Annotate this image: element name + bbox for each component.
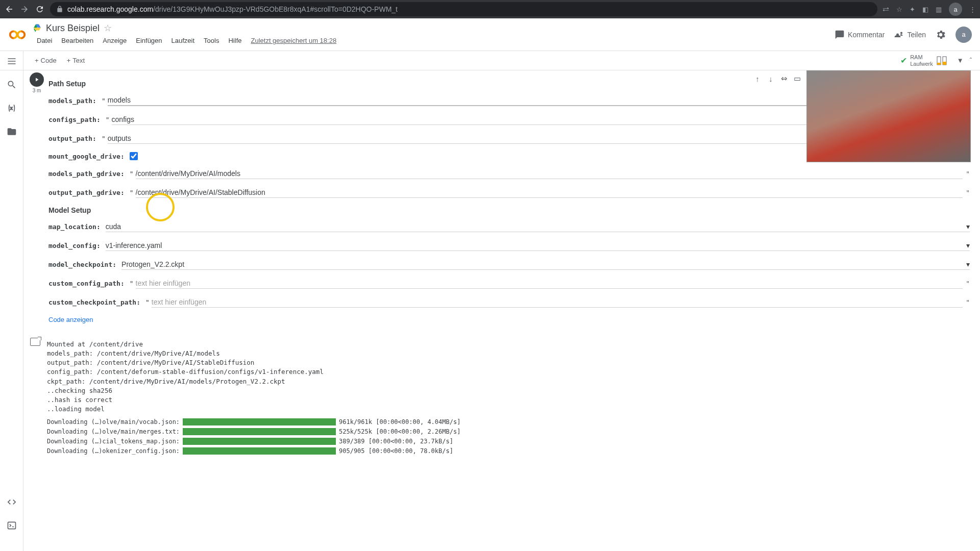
url-text: colab.research.google.com/drive/13G9KHyM… xyxy=(67,5,398,13)
model-config-select[interactable]: v1-inference.yaml▾ xyxy=(106,240,970,251)
menu-einfuegen[interactable]: Einfügen xyxy=(132,35,166,46)
forward-icon[interactable] xyxy=(19,5,30,14)
code-snippets-icon[interactable] xyxy=(7,497,17,507)
download-row: Downloading (…)olve/main/merges.txt: 100… xyxy=(47,428,970,435)
profile-avatar[interactable]: a xyxy=(949,3,962,16)
check-icon: ✔ xyxy=(900,56,907,65)
collapse-up-icon[interactable]: ˆ xyxy=(967,57,975,64)
svg-point-6 xyxy=(900,32,902,34)
search-icon[interactable] xyxy=(7,80,17,90)
label-output-path-gdrive: output_path_gdrive: xyxy=(48,189,125,196)
download-stats: 525k/525k [00:00<00:00, 2.26MB/s] xyxy=(339,428,460,435)
link-icon[interactable]: ⇔ xyxy=(778,72,790,85)
show-code-link[interactable]: Code anzeigen xyxy=(48,316,970,323)
move-up-icon[interactable]: ↑ xyxy=(751,72,764,85)
label-model-checkpoint: model_checkpoint: xyxy=(48,261,116,268)
output-text: Mounted at /content/drive models_path: /… xyxy=(47,338,970,416)
gear-icon xyxy=(935,29,946,40)
lock-icon xyxy=(56,6,63,13)
menu-tools[interactable]: Tools xyxy=(200,35,223,46)
url-bar[interactable]: colab.research.google.com/drive/13G9KHyM… xyxy=(50,2,877,16)
terminal-icon[interactable] xyxy=(7,520,17,531)
custom-checkpoint-path-input[interactable] xyxy=(152,297,963,308)
mount-gdrive-checkbox[interactable] xyxy=(130,152,138,160)
reload-icon[interactable] xyxy=(35,5,45,14)
progress-bar xyxy=(183,428,336,435)
label-custom-checkpoint-path: custom_checkpoint_path: xyxy=(48,298,140,306)
download-label: Downloading (…)okenizer_config.json: 100… xyxy=(47,447,180,455)
svg-rect-10 xyxy=(943,62,946,65)
variables-icon[interactable]: x xyxy=(7,103,17,113)
runtime-menu-caret-icon[interactable]: ▼ xyxy=(954,57,967,64)
browser-chrome: colab.research.google.com/drive/13G9KHyM… xyxy=(0,0,980,18)
star-icon[interactable]: ☆ xyxy=(104,22,112,34)
main-content: ↑ ↓ ⇔ ▭ ⚙ ⮏ 🗑 ⋮ 3 m Path Setup models_pa… xyxy=(23,70,980,551)
share-icon xyxy=(894,30,904,40)
menu-anzeige[interactable]: Anzeige xyxy=(99,35,131,46)
models-path-gdrive-input[interactable] xyxy=(136,168,963,179)
drive-icon xyxy=(33,23,42,33)
exec-time: 3 m xyxy=(33,88,41,93)
add-text-button[interactable]: + Text xyxy=(62,55,90,66)
menu-datei[interactable]: Datei xyxy=(33,35,56,46)
menu-bar: Datei Bearbeiten Anzeige Einfügen Laufze… xyxy=(33,35,835,46)
label-mount-gdrive: mount_google_drive: xyxy=(48,153,125,160)
download-label: Downloading (…)cial_tokens_map.json: 100… xyxy=(47,438,180,445)
output-indicator-icon[interactable] xyxy=(30,338,40,346)
files-icon[interactable] xyxy=(7,127,17,137)
model-checkpoint-select[interactable]: Protogen_V2.2.ckpt▾ xyxy=(121,259,970,270)
download-stats: 961k/961k [00:00<00:00, 4.04MB/s] xyxy=(339,418,460,425)
last-saved-text[interactable]: Zuletzt gespeichert um 18:28 xyxy=(247,35,340,46)
svg-rect-8 xyxy=(937,63,941,65)
panels-icon[interactable]: ▥ xyxy=(936,6,942,13)
map-location-select[interactable]: cuda▾ xyxy=(106,221,970,232)
menu-hilfe[interactable]: Hilfe xyxy=(224,35,246,46)
custom-config-path-input[interactable] xyxy=(136,278,963,289)
progress-bar xyxy=(183,447,336,455)
label-models-path: models_path: xyxy=(48,97,96,105)
kebab-icon[interactable]: ⋮ xyxy=(969,6,976,13)
chevron-down-icon: ▾ xyxy=(966,222,970,231)
webcam-overlay xyxy=(806,70,971,162)
download-stats: 389/389 [00:00<00:00, 23.7kB/s] xyxy=(339,438,453,445)
translate-icon[interactable]: ⮂ xyxy=(883,6,889,13)
output-cell: Mounted at /content/drive models_path: /… xyxy=(23,335,980,460)
sidepanel-icon[interactable]: ◧ xyxy=(922,6,928,13)
svg-rect-12 xyxy=(8,522,15,529)
label-custom-config-path: custom_config_path: xyxy=(48,280,125,287)
progress-bar xyxy=(183,438,336,445)
add-code-button[interactable]: + Code xyxy=(30,55,62,66)
label-map-location: map_location: xyxy=(48,223,101,231)
account-avatar[interactable]: a xyxy=(955,27,972,43)
kommentar-button[interactable]: Kommentar xyxy=(835,30,885,40)
settings-button[interactable] xyxy=(935,29,946,40)
label-configs-path: configs_path: xyxy=(48,116,101,123)
extensions-icon[interactable]: ✦ xyxy=(910,6,915,13)
left-rail: x xyxy=(0,51,23,551)
move-down-icon[interactable]: ↓ xyxy=(765,72,777,85)
chevron-down-icon: ▾ xyxy=(966,260,970,268)
download-label: Downloading (…)olve/main/merges.txt: 100… xyxy=(47,428,180,435)
menu-laufzeit[interactable]: Laufzeit xyxy=(167,35,199,46)
run-button[interactable] xyxy=(30,72,44,87)
download-stats: 905/905 [00:00<00:00, 78.0kB/s] xyxy=(339,447,453,455)
resource-bars-icon xyxy=(936,56,948,66)
runtime-status[interactable]: ✔ RAMLaufwerk xyxy=(895,52,954,69)
chevron-down-icon: ▾ xyxy=(966,241,970,249)
download-row: Downloading (…)cial_tokens_map.json: 100… xyxy=(47,438,970,445)
comment-icon xyxy=(835,30,845,40)
label-model-config: model_config: xyxy=(48,242,101,249)
comment-cell-icon[interactable]: ▭ xyxy=(791,72,803,85)
svg-text:x: x xyxy=(10,106,12,111)
output-path-gdrive-input[interactable] xyxy=(136,187,963,198)
download-row: Downloading (…)okenizer_config.json: 100… xyxy=(47,447,970,455)
bookmark-icon[interactable]: ☆ xyxy=(896,6,902,13)
back-icon[interactable] xyxy=(4,5,14,14)
download-label: Downloading (…)olve/main/vocab.json: 100… xyxy=(47,418,180,425)
progress-bar xyxy=(183,418,336,425)
colab-logo-icon[interactable] xyxy=(8,26,27,44)
teilen-button[interactable]: Teilen xyxy=(894,30,926,40)
menu-bearbeiten[interactable]: Bearbeiten xyxy=(57,35,97,46)
toc-icon[interactable] xyxy=(7,56,17,66)
notebook-title[interactable]: Kurs Beispiel xyxy=(46,23,100,34)
